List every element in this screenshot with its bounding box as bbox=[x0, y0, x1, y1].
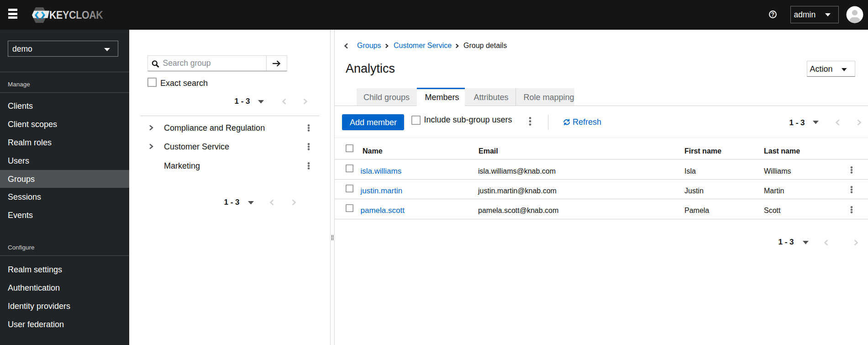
svg-text:KEYCLOAK: KEYCLOAK bbox=[49, 9, 103, 21]
svg-text:?: ? bbox=[771, 11, 774, 18]
